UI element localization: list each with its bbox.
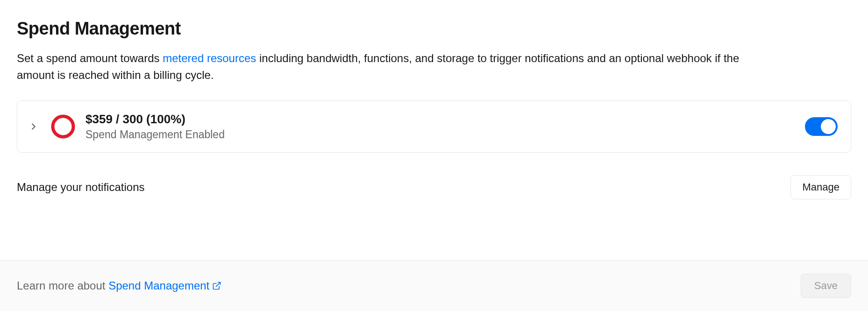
card-footer: Learn more about Spend Management Save [0,260,868,311]
svg-point-0 [53,116,73,137]
desc-prefix: Set a spend amount towards [17,52,163,64]
spend-enable-toggle[interactable] [805,117,838,136]
spend-status: Spend Management Enabled [85,128,795,141]
svg-line-1 [216,283,221,287]
spend-management-doc-link[interactable]: Spend Management [108,279,221,292]
spend-card: $359 / 300 (100%) Spend Management Enabl… [17,100,851,153]
chevron-right-icon[interactable] [27,120,41,134]
save-button[interactable]: Save [801,274,851,298]
metered-resources-link[interactable]: metered resources [163,52,256,64]
toggle-knob [821,119,836,134]
spend-amount: $359 / 300 (100%) [85,112,795,127]
spend-progress-ring-icon [51,114,75,139]
footer-link-text: Spend Management [108,279,209,292]
external-link-icon [212,281,221,290]
page-description: Set a spend amount towards metered resou… [17,50,764,84]
notifications-label: Manage your notifications [17,181,145,194]
manage-notifications-button[interactable]: Manage [790,175,851,199]
footer-prefix: Learn more about [17,279,108,292]
page-title: Spend Management [17,19,851,39]
